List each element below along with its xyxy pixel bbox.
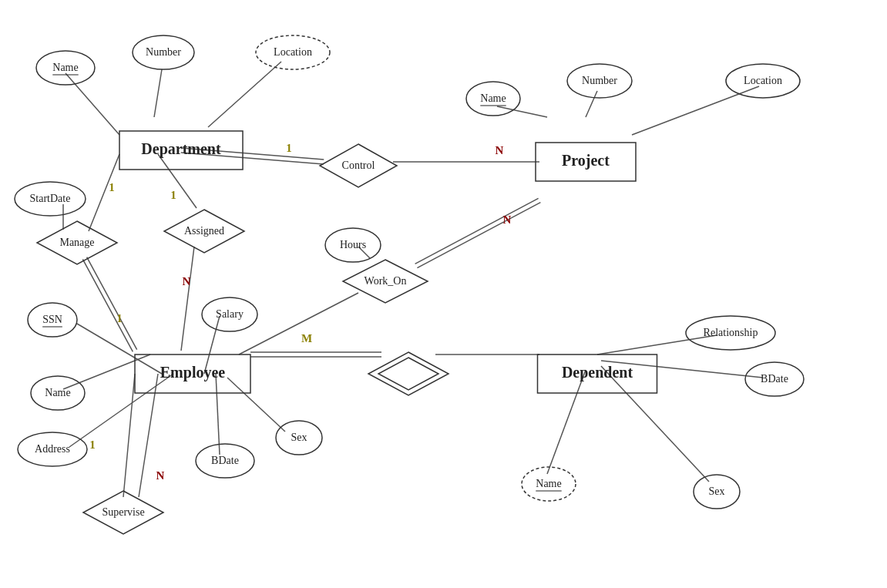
er-diagram-canvas bbox=[0, 0, 887, 588]
